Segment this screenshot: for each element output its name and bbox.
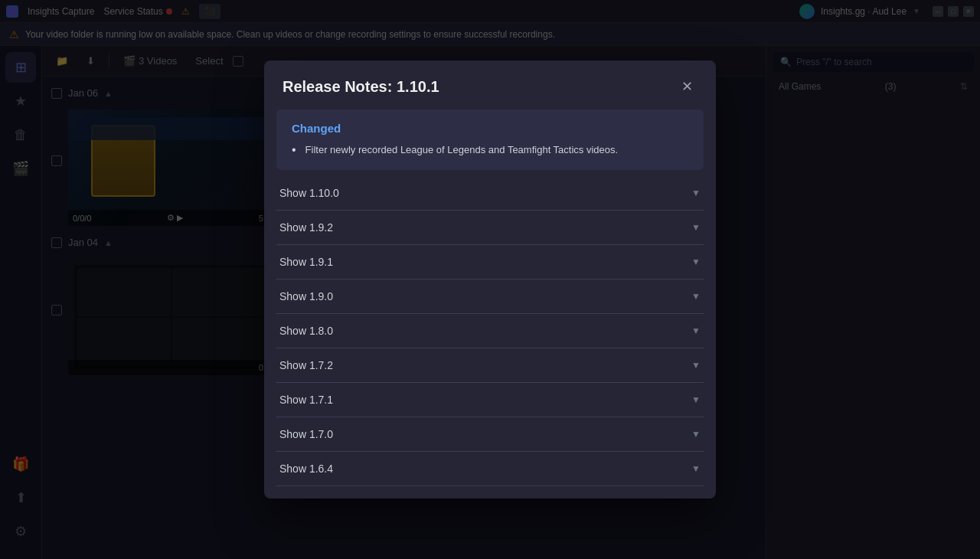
accordion-item-1: Show 1.9.2 ▼ — [276, 211, 704, 245]
chevron-icon-3: ▼ — [691, 291, 701, 302]
accordion-header-2[interactable]: Show 1.9.1 ▼ — [276, 245, 704, 279]
accordion-header-0[interactable]: Show 1.10.0 ▼ — [276, 176, 704, 210]
accordion-header-7[interactable]: Show 1.7.0 ▼ — [276, 417, 704, 451]
accordion-item-7: Show 1.7.0 ▼ — [276, 417, 704, 452]
bullet-dot: • — [292, 143, 296, 157]
modal-overlay[interactable]: Release Notes: 1.10.1 ✕ Changed • Filter… — [0, 0, 980, 559]
chevron-icon-1: ▼ — [691, 222, 701, 233]
chevron-icon-4: ▼ — [691, 325, 701, 336]
modal-title: Release Notes: 1.10.1 — [283, 78, 439, 96]
accordion-item-5: Show 1.7.2 ▼ — [276, 348, 704, 383]
changed-label: Changed — [292, 122, 688, 135]
accordion-label-5: Show 1.7.2 — [279, 359, 333, 371]
accordion-header-1[interactable]: Show 1.9.2 ▼ — [276, 211, 704, 244]
modal-scroll[interactable]: Show 1.10.0 ▼ Show 1.9.2 ▼ Show 1.9.1 ▼ … — [264, 176, 716, 499]
accordion-item-6: Show 1.7.1 ▼ — [276, 383, 704, 417]
accordion-label-6: Show 1.7.1 — [279, 394, 333, 406]
accordion-label-4: Show 1.8.0 — [279, 325, 333, 337]
accordion-item-0: Show 1.10.0 ▼ — [276, 176, 704, 211]
accordion-header-4[interactable]: Show 1.8.0 ▼ — [276, 314, 704, 348]
accordion-item-2: Show 1.9.1 ▼ — [276, 245, 704, 280]
version-item: • Filter newly recorded League of Legend… — [292, 142, 688, 158]
version-section: Changed • Filter newly recorded League o… — [276, 110, 704, 170]
accordion-header-6[interactable]: Show 1.7.1 ▼ — [276, 383, 704, 417]
modal-header: Release Notes: 1.10.1 ✕ — [264, 60, 716, 110]
version-item-text: Filter newly recorded League of Legends … — [302, 142, 619, 158]
accordion-header-8[interactable]: Show 1.6.4 ▼ — [276, 452, 704, 485]
chevron-icon-0: ▼ — [691, 188, 701, 198]
release-notes-modal: Release Notes: 1.10.1 ✕ Changed • Filter… — [264, 60, 716, 499]
chevron-icon-7: ▼ — [691, 429, 701, 440]
modal-close-button[interactable]: ✕ — [676, 76, 697, 97]
accordion-item-8: Show 1.6.4 ▼ — [276, 452, 704, 486]
chevron-icon-6: ▼ — [691, 394, 701, 405]
accordion-label-1: Show 1.9.2 — [279, 221, 333, 234]
chevron-icon-8: ▼ — [691, 463, 701, 474]
accordion-header-3[interactable]: Show 1.9.0 ▼ — [276, 280, 704, 313]
accordion-label-0: Show 1.10.0 — [279, 187, 339, 199]
accordion-label-3: Show 1.9.0 — [279, 290, 333, 302]
accordion-item-3: Show 1.9.0 ▼ — [276, 280, 704, 314]
accordion-item-4: Show 1.8.0 ▼ — [276, 314, 704, 348]
accordion-label-2: Show 1.9.1 — [279, 256, 333, 268]
chevron-icon-5: ▼ — [691, 360, 701, 371]
accordion-header-5[interactable]: Show 1.7.2 ▼ — [276, 348, 704, 382]
accordion-label-8: Show 1.6.4 — [279, 463, 333, 475]
accordion-label-7: Show 1.7.0 — [279, 428, 333, 440]
chevron-icon-2: ▼ — [691, 257, 701, 267]
